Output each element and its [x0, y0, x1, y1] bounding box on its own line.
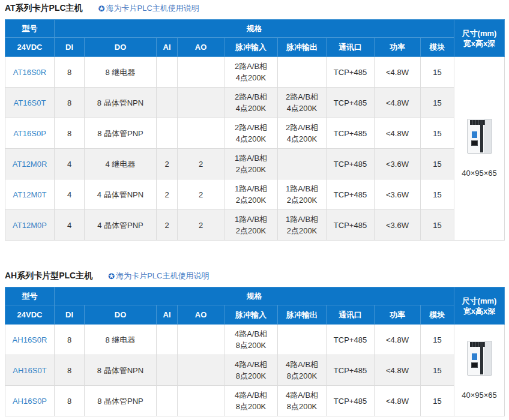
- table-row: AT16S0R88 继电器2路A/B相 4点200KTCP+485<4.8W15…: [5, 57, 505, 88]
- cell-power: <4.8W: [375, 355, 421, 386]
- cell-do: 8 晶体管PNP: [85, 118, 157, 149]
- header-ai: AI: [157, 305, 178, 325]
- model-link[interactable]: AH16S0T: [13, 366, 46, 375]
- header-comm: 通讯口: [327, 305, 375, 325]
- header-24vdc: 24VDC: [5, 305, 55, 325]
- cell-comm: TCP+485: [327, 57, 375, 88]
- cell-pulse-out: 1路A/B相 2点200K: [278, 179, 327, 210]
- cell-pulse-out: 4路A/B相 8点200K: [278, 355, 327, 386]
- plc-port: [471, 362, 478, 368]
- header-ao: AO: [178, 305, 224, 325]
- usage-doc-link-label: 海为卡片PLC主机使用说明: [106, 3, 199, 14]
- table-row: AH16S0T88 晶体管NPN4路A/B相 8点200K4路A/B相 8点20…: [5, 355, 505, 386]
- cell-do: 8 晶体管NPN: [85, 355, 157, 386]
- section-header: AT系列卡片PLC主机 ✪ 海为卡片PLC主机使用说明: [5, 3, 504, 14]
- plc-product-image: [467, 119, 492, 154]
- cell-pulse-in: 4路A/B相 8点200K: [224, 355, 278, 386]
- circled-star-icon: ✪: [98, 5, 105, 13]
- cell-pulse-out: [278, 149, 327, 179]
- cell-ai: 2: [157, 210, 178, 241]
- plc-front-stripe: [480, 120, 483, 152]
- cell-power: <4.8W: [375, 325, 421, 355]
- cell-ao: [178, 355, 224, 386]
- cell-di: 4: [55, 149, 85, 179]
- cell-ai: [157, 118, 178, 149]
- header-power: 功率: [375, 38, 421, 57]
- cell-model: AT16S0P: [5, 118, 55, 149]
- circled-star-icon: ✪: [108, 272, 115, 280]
- size-label: 40×95×65: [456, 169, 503, 178]
- cell-do: 4 继电器: [85, 149, 157, 179]
- header-di: DI: [55, 38, 85, 57]
- cell-comm: TCP+485: [327, 179, 375, 210]
- cell-di: 8: [55, 325, 85, 355]
- cell-module: 15: [421, 179, 454, 210]
- cell-module: 15: [421, 149, 454, 179]
- cell-di: 4: [55, 210, 85, 241]
- header-size-line2: 宽x高x深: [454, 306, 504, 316]
- usage-doc-link[interactable]: ✪ 海为卡片PLC主机使用说明: [108, 271, 209, 281]
- size-label: 40×95×65: [456, 391, 503, 400]
- cell-di: 4: [55, 179, 85, 210]
- cell-ao: [178, 118, 224, 149]
- model-link[interactable]: AT16S0P: [13, 129, 46, 138]
- cell-power: <3.6W: [375, 210, 421, 241]
- model-link[interactable]: AT12M0T: [13, 190, 46, 199]
- cell-ai: 2: [157, 149, 178, 179]
- cell-pulse-in: 2路A/B相 4点200K: [224, 57, 278, 88]
- header-power: 功率: [375, 305, 421, 325]
- cell-do: 4 晶体管NPN: [85, 179, 157, 210]
- model-link[interactable]: AT12M0R: [13, 160, 47, 169]
- table-row: AT16S0P88 晶体管PNP2路A/B相 4点200K2路A/B相 4点20…: [5, 118, 505, 149]
- usage-doc-link-label: 海为卡片PLC主机使用说明: [116, 271, 209, 281]
- header-module: 模块: [421, 38, 454, 57]
- cell-module: 15: [421, 88, 454, 118]
- table-header: 型号 规格 尺寸(mm) 宽x高x深 24VDC DI DO AI AO 脉冲输…: [5, 20, 505, 57]
- section-at-series: AT系列卡片PLC主机 ✪ 海为卡片PLC主机使用说明 型号 规格 尺寸(mm)…: [5, 3, 504, 241]
- cell-comm: TCP+485: [327, 118, 375, 149]
- plc-port: [471, 140, 478, 146]
- cell-size: 40×95×65: [454, 325, 505, 416]
- header-24vdc: 24VDC: [5, 38, 55, 57]
- cell-module: 15: [421, 355, 454, 386]
- table-row: AT12M0T44 晶体管NPN221路A/B相 2点200K1路A/B相 2点…: [5, 179, 505, 210]
- header-pulse-in: 脉冲输入: [224, 305, 278, 325]
- header-pulse-in: 脉冲输入: [224, 38, 278, 57]
- model-link[interactable]: AH16S0P: [13, 397, 47, 406]
- model-link[interactable]: AT16S0R: [13, 68, 46, 77]
- plc-blue-label: [472, 353, 477, 360]
- spec-table-ah: 型号 规格 尺寸(mm) 宽x高x深 24VDC DI DO AI AO 脉冲输…: [5, 287, 505, 416]
- model-link[interactable]: AT16S0T: [14, 98, 46, 107]
- model-link[interactable]: AT12M0P: [13, 221, 47, 230]
- cell-pulse-in: 1路A/B相 2点200K: [224, 210, 278, 241]
- cell-comm: TCP+485: [327, 88, 375, 118]
- cell-power: <4.8W: [375, 386, 421, 416]
- cell-pulse-in: 4路A/B相 8点200K: [224, 386, 278, 416]
- cell-power: <3.6W: [375, 179, 421, 210]
- model-link[interactable]: AH16S0R: [13, 335, 47, 344]
- header-ai: AI: [157, 38, 178, 57]
- cell-do: 8 晶体管NPN: [85, 88, 157, 118]
- header-spec: 规格: [55, 20, 454, 38]
- cell-pulse-out: 4路A/B相 8点200K: [278, 386, 327, 416]
- cell-pulse-in: 1路A/B相 2点200K: [224, 179, 278, 210]
- page-title: AT系列卡片PLC主机: [5, 3, 83, 14]
- cell-comm: TCP+485: [327, 325, 375, 355]
- cell-do: 8 继电器: [85, 325, 157, 355]
- header-size: 尺寸(mm) 宽x高x深: [454, 287, 505, 325]
- table-header: 型号 规格 尺寸(mm) 宽x高x深 24VDC DI DO AI AO 脉冲输…: [5, 287, 505, 325]
- cell-ai: [157, 386, 178, 416]
- table-row: AH16S0P88 晶体管PNP4路A/B相 8点200K4路A/B相 8点20…: [5, 386, 505, 416]
- table-row: AT12M0R44 继电器221路A/B相 2点200KTCP+485<3.6W…: [5, 149, 505, 179]
- cell-pulse-in: 1路A/B相 2点200K: [224, 149, 278, 179]
- cell-do: 4 晶体管PNP: [85, 210, 157, 241]
- header-pulse-out: 脉冲输出: [278, 305, 327, 325]
- header-size: 尺寸(mm) 宽x高x深: [454, 20, 505, 57]
- cell-size: 40×95×65: [454, 57, 505, 241]
- cell-model: AT12M0P: [5, 210, 55, 241]
- usage-doc-link[interactable]: ✪ 海为卡片PLC主机使用说明: [98, 3, 199, 14]
- plc-product-image: [467, 341, 492, 376]
- header-size-line1: 尺寸(mm): [454, 296, 504, 306]
- cell-model: AH16S0P: [5, 386, 55, 416]
- page-content: AT系列卡片PLC主机 ✪ 海为卡片PLC主机使用说明 型号 规格 尺寸(mm)…: [0, 0, 509, 416]
